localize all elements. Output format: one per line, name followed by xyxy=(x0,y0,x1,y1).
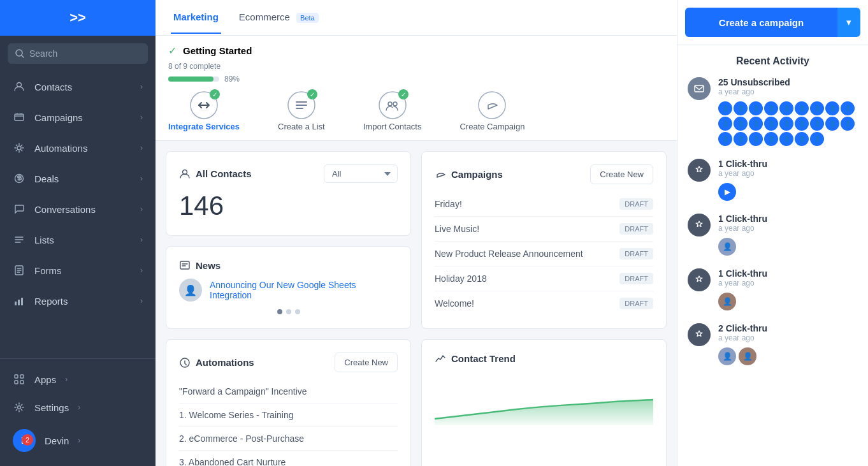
sidebar-label-settings: Settings xyxy=(34,402,69,413)
tab-marketing[interactable]: Marketing xyxy=(171,1,221,34)
sidebar: >> Contacts › xyxy=(0,0,156,466)
automations-create-btn[interactable]: Create New xyxy=(335,353,398,372)
sidebar-footer: Apps › Settings › 2 D Devin › xyxy=(0,358,156,466)
news-card: News 👤 Announcing Our New Google Sheets … xyxy=(166,246,411,329)
contact-trend-card: Contact Trend xyxy=(421,339,667,466)
automation-item: 3. Abandoned Cart Nurture xyxy=(179,451,398,466)
automations-card-title: Automations xyxy=(196,357,254,368)
chevron-lists: › xyxy=(140,235,143,244)
svg-point-19 xyxy=(393,102,397,106)
news-dot-1[interactable] xyxy=(277,309,282,314)
star-icon xyxy=(694,220,704,230)
sidebar-item-conversations[interactable]: Conversations › xyxy=(0,194,156,224)
campaign-item: Friday! DRAFT xyxy=(435,192,653,217)
create-campaign-btn[interactable]: Create a campaign xyxy=(685,8,837,37)
campaigns-create-btn[interactable]: Create New xyxy=(590,164,653,184)
trend-chart xyxy=(435,374,653,425)
activity-icon-wrap xyxy=(688,77,711,100)
reports-icon xyxy=(13,295,25,307)
sidebar-label-automations: Automations xyxy=(34,143,87,154)
check-icon: ✓ xyxy=(168,45,177,57)
activity-icon-wrap xyxy=(688,323,711,346)
contact-trend-title: Contact Trend xyxy=(451,353,516,364)
activity-item: 2 Click-thru a year ago 👤 👤 xyxy=(688,323,858,365)
sidebar-item-reports[interactable]: Reports › xyxy=(0,286,156,316)
sidebar-item-automations[interactable]: Automations › xyxy=(0,133,156,163)
activity-item: 1 Click-thru a year ago 👤 xyxy=(688,214,858,256)
sidebar-label-apps: Apps xyxy=(34,374,56,385)
gs-step-import[interactable]: ✓ Import Contacts xyxy=(363,91,422,131)
contacts-filter[interactable]: All Last 7 days Last 30 days xyxy=(324,164,398,183)
sidebar-item-contacts[interactable]: Contacts › xyxy=(0,71,156,102)
activity-content: 1 Click-thru a year ago 👤 xyxy=(718,214,858,256)
news-link[interactable]: Announcing Our New Google Sheets Integra… xyxy=(210,280,398,300)
getting-started-section: ✓ Getting Started 8 of 9 complete 89% xyxy=(156,36,677,141)
svg-rect-9 xyxy=(21,298,23,305)
sidebar-item-apps[interactable]: Apps › xyxy=(0,365,156,393)
sidebar-item-deals[interactable]: Deals › xyxy=(0,163,156,194)
gs-step-integrate[interactable]: ✓ Integrate Services xyxy=(168,91,240,131)
sidebar-item-settings[interactable]: Settings › xyxy=(0,393,156,421)
avatar: 👤 xyxy=(779,117,793,131)
all-contacts-title: All Contacts xyxy=(196,168,252,179)
automations-list: "Forward a Campaign" Incentive 1. Welcom… xyxy=(179,380,398,466)
avatar: 👤 xyxy=(810,101,824,115)
sidebar-label-reports: Reports xyxy=(34,296,68,307)
activity-item: 1 Click-thru a year ago 👤 xyxy=(688,268,858,310)
sidebar-label-forms: Forms xyxy=(34,265,62,276)
news-dot-2[interactable] xyxy=(286,309,291,314)
tab-ecommerce[interactable]: Ecommerce Beta xyxy=(236,1,321,34)
avatar: 👤 xyxy=(810,117,824,131)
avatar: 👤 xyxy=(841,117,855,131)
svg-rect-8 xyxy=(18,300,20,305)
activity-title: 1 Click-thru xyxy=(718,268,858,279)
campaigns-card-title: Campaigns xyxy=(451,169,503,180)
sidebar-item-user[interactable]: 2 D Devin › xyxy=(0,421,156,460)
sidebar-item-lists[interactable]: Lists › xyxy=(0,224,156,255)
sidebar-label-user: Devin xyxy=(45,435,69,446)
create-campaign-wrap: Create a campaign ▾ xyxy=(685,8,860,37)
sidebar-item-campaigns[interactable]: Campaigns › xyxy=(0,102,156,133)
avatar: 👤 xyxy=(779,132,793,146)
settings-icon xyxy=(13,401,25,414)
sidebar-item-forms[interactable]: Forms › xyxy=(0,255,156,286)
gs-label-campaign: Create Campaign xyxy=(459,122,524,131)
gs-step-list[interactable]: ✓ Create a List xyxy=(278,91,325,131)
chevron-deals: › xyxy=(140,174,143,183)
svg-rect-12 xyxy=(15,381,18,384)
svg-rect-7 xyxy=(15,302,17,305)
automation-item: "Forward a Campaign" Incentive xyxy=(179,380,398,404)
news-avatar: 👤 xyxy=(179,279,202,302)
contacts-card-icon xyxy=(179,168,191,180)
trend-icon xyxy=(435,353,446,364)
search-box[interactable] xyxy=(8,43,148,64)
campaign-name: Holiday 2018 xyxy=(435,273,487,284)
svg-rect-11 xyxy=(20,375,24,378)
automations-icon xyxy=(13,142,25,154)
chevron-campaigns: › xyxy=(140,113,143,122)
svg-rect-13 xyxy=(20,381,24,384)
chevron-apps: › xyxy=(65,375,68,384)
automation-item: 1. Welcome Series - Training xyxy=(179,404,398,427)
double-avatar-row: 👤 👤 xyxy=(718,347,858,365)
campaign-item: New Product Release Announcement DRAFT xyxy=(435,242,653,266)
create-campaign-dropdown-btn[interactable]: ▾ xyxy=(837,8,860,37)
top-bar: Marketing Ecommerce Beta xyxy=(156,0,677,36)
activity-title: 25 Unsubscribed xyxy=(718,77,858,87)
svg-rect-3 xyxy=(15,114,24,120)
sidebar-nav: Contacts › Campaigns › Automations › xyxy=(0,71,156,358)
activity-time: a year ago xyxy=(718,87,858,96)
gs-label-integrate: Integrate Services xyxy=(168,122,240,131)
campaign-status: DRAFT xyxy=(619,273,653,284)
search-input[interactable] xyxy=(29,48,140,59)
avatar-row: 👤 👤 👤 👤 👤 👤 👤 👤 👤 👤 👤 👤 👤 👤 👤 👤 xyxy=(718,101,858,146)
news-dot-3[interactable] xyxy=(295,309,300,314)
gs-step-campaign[interactable]: Create Campaign xyxy=(459,91,524,131)
activity-time: a year ago xyxy=(718,333,858,342)
conversations-icon xyxy=(13,203,25,215)
avatar: 👤 xyxy=(718,101,732,115)
sidebar-label-conversations: Conversations xyxy=(34,204,96,215)
activity-icon-wrap xyxy=(688,268,711,291)
gs-steps: ✓ Integrate Services ✓ Create a List xyxy=(168,91,664,131)
news-icon xyxy=(179,259,191,271)
